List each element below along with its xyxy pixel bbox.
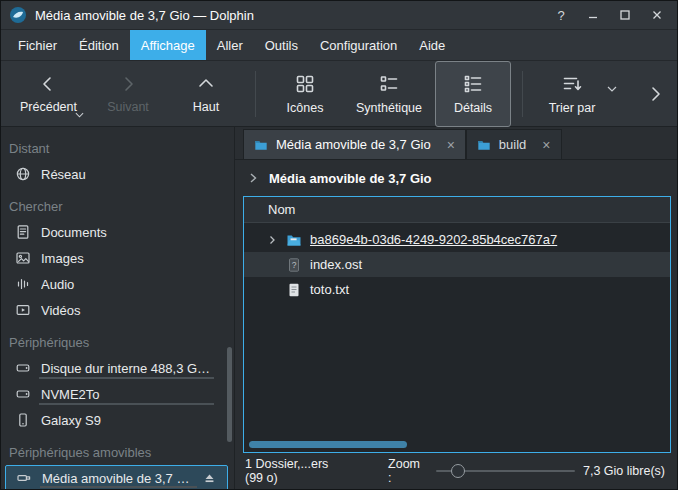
sidebar-item-galaxy-s9[interactable]: Galaxy S9 — [1, 407, 234, 433]
tab-media-amovible[interactable]: Média amovible de 3,7 Gio × — [243, 129, 466, 159]
titlebar: Média amovible de 3,7 Gio — Dolphin ? — [1, 1, 677, 30]
breadcrumb: Média amovible de 3,7 Gio — [235, 160, 677, 196]
menu-configuration[interactable]: Configuration — [309, 30, 408, 60]
disk-usage-bar — [39, 403, 214, 405]
status-bar: 1 Dossier,...ers (99 o) Zoom : 7,3 Gio l… — [235, 453, 677, 489]
minimize-button[interactable] — [581, 5, 605, 25]
image-icon — [15, 250, 31, 266]
scrollbar-handle[interactable] — [249, 441, 407, 448]
sidebar-scrollbar[interactable] — [227, 347, 232, 442]
file-row-folder[interactable]: ba869e4b-03d6-4249-9202-85b4cec767a7 — [244, 227, 670, 252]
caret-down-icon — [607, 86, 617, 92]
caret-down-icon — [75, 112, 84, 118]
sort-by-button[interactable]: Trier par — [534, 61, 610, 127]
sidebar-item-documents[interactable]: Documents — [1, 219, 234, 245]
menu-edition[interactable]: Édition — [68, 30, 130, 60]
back-button[interactable]: Précédent — [9, 61, 88, 127]
help-button[interactable]: ? — [549, 5, 573, 25]
window-title: Média amovible de 3,7 Gio — Dolphin — [35, 8, 541, 23]
horizontal-scrollbar[interactable] — [249, 441, 665, 448]
window-body: Distant Réseau Chercher Documents Images… — [1, 127, 677, 489]
zoom-slider-handle[interactable] — [451, 464, 465, 478]
file-row-toto-txt[interactable]: toto.txt — [244, 277, 670, 302]
free-space-label: 7,3 Gio libre(s) — [583, 464, 665, 478]
disk-usage-bar — [39, 377, 214, 379]
disk-usage-bar — [40, 486, 197, 488]
breadcrumb-location[interactable]: Média amovible de 3,7 Gio — [269, 171, 432, 186]
forward-button[interactable]: Suivant — [90, 61, 166, 127]
toolbar: Précédent Suivant Haut Icônes Synthétiqu… — [1, 61, 677, 127]
maximize-button[interactable] — [613, 5, 637, 25]
toolbar-separator — [255, 71, 256, 117]
svg-text:?: ? — [292, 259, 297, 269]
sidebar-item-images[interactable]: Images — [1, 245, 234, 271]
compact-view-button[interactable]: Synthétique — [345, 61, 433, 127]
hard-drive-icon — [15, 386, 31, 402]
sort-icon — [561, 73, 583, 95]
app-icon — [9, 6, 27, 24]
expand-chevron-icon[interactable] — [266, 234, 278, 246]
file-row-index-ost[interactable]: ? index.ost — [244, 252, 670, 277]
tab-bar: Média amovible de 3,7 Gio × build × — [235, 127, 677, 160]
grid-icon — [294, 73, 316, 95]
folder-icon — [254, 138, 268, 152]
menu-fichier[interactable]: Fichier — [7, 30, 68, 60]
details-view-button[interactable]: Détails — [435, 61, 511, 127]
sidebar-item-media-amovible[interactable]: Média amovible de 3,7 … — [5, 465, 228, 489]
menubar: Fichier Édition Affichage Aller Outils C… — [1, 30, 677, 61]
zoom-slider[interactable] — [436, 463, 576, 479]
video-icon — [15, 302, 31, 318]
menu-aller[interactable]: Aller — [206, 30, 254, 60]
close-button[interactable] — [645, 5, 669, 25]
chevron-right-icon — [118, 74, 138, 94]
section-header-peripheriques: Périphériques — [1, 323, 234, 355]
zoom-label: Zoom : — [388, 457, 425, 485]
chevron-up-icon — [196, 74, 216, 94]
menu-aide[interactable]: Aide — [408, 30, 456, 60]
unknown-file-icon: ? — [286, 257, 302, 273]
usb-drive-icon — [16, 470, 32, 486]
details-list-icon — [462, 73, 484, 95]
toolbar-overflow-button[interactable] — [643, 70, 669, 118]
column-header-nom[interactable]: Nom — [244, 197, 670, 223]
file-view: Nom ba869e4b-03d6-4249-9202-85b4cec767a7… — [243, 196, 671, 453]
status-summary: 1 Dossier,...ers (99 o) — [245, 457, 344, 485]
sidebar-item-nvme2to[interactable]: NVME2To — [1, 381, 234, 407]
compact-list-icon — [378, 73, 400, 95]
sidebar-item-videos[interactable]: Vidéos — [1, 297, 234, 323]
sidebar-item-disque-dur-interne[interactable]: Disque dur interne 488,3 G… — [1, 355, 234, 381]
file-list: ba869e4b-03d6-4249-9202-85b4cec767a7 ? i… — [244, 223, 670, 302]
network-icon — [15, 166, 31, 182]
chevron-right-icon — [648, 85, 664, 103]
icons-view-button[interactable]: Icônes — [267, 61, 343, 127]
chevron-right-icon[interactable] — [247, 172, 259, 184]
section-header-distant: Distant — [1, 129, 234, 161]
chevron-left-icon — [38, 74, 58, 94]
dolphin-window: Média amovible de 3,7 Gio — Dolphin ? Fi… — [0, 0, 678, 490]
folder-icon — [286, 232, 302, 248]
tab-build[interactable]: build × — [466, 129, 562, 159]
tab-close-icon[interactable]: × — [542, 138, 550, 152]
tab-close-icon[interactable]: × — [447, 138, 455, 152]
zoom-control: Zoom : — [388, 457, 575, 485]
text-file-icon — [286, 282, 302, 298]
section-header-chercher: Chercher — [1, 187, 234, 219]
menu-outils[interactable]: Outils — [254, 30, 309, 60]
folder-icon — [477, 138, 491, 152]
document-icon — [15, 224, 31, 240]
hard-drive-icon — [15, 360, 31, 376]
up-button[interactable]: Haut — [168, 61, 244, 127]
main-area: Média amovible de 3,7 Gio × build × Médi… — [235, 127, 677, 489]
phone-icon — [15, 412, 31, 428]
menu-affichage[interactable]: Affichage — [130, 30, 206, 60]
toolbar-separator — [522, 71, 523, 117]
sidebar-item-audio[interactable]: Audio — [1, 271, 234, 297]
places-panel: Distant Réseau Chercher Documents Images… — [1, 127, 235, 489]
sidebar-item-reseau[interactable]: Réseau — [1, 161, 234, 187]
audio-icon — [15, 276, 31, 292]
eject-icon[interactable] — [202, 471, 217, 486]
section-header-peripheriques-amovibles: Périphériques amovibles — [1, 433, 234, 465]
